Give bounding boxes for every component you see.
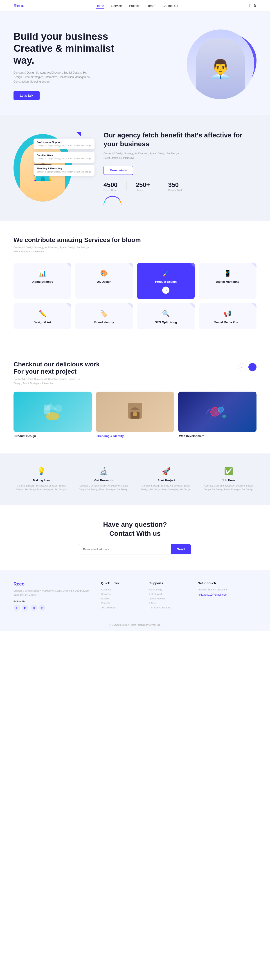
hero-description: Concept & Design Strategy, Art Direction… (13, 70, 94, 84)
process-item-3: 🚀 Start Project Concept & Design Strateg… (138, 467, 194, 492)
corner-decoration (66, 303, 71, 308)
facebook-icon[interactable]: f (249, 3, 251, 8)
contact-email-input[interactable] (79, 544, 171, 554)
hero-section: Build your business Creative & minimalis… (0, 11, 270, 115)
service-brand-identity[interactable]: 🏷️ Brand Identity (75, 303, 133, 329)
about-headline: Our agency fetch benefit that's affectiv… (104, 131, 257, 148)
footer-facebook-icon[interactable]: f (13, 605, 20, 611)
quick-link-2[interactable]: Services (101, 593, 141, 595)
quick-link-1[interactable]: About Us (101, 588, 141, 591)
support-link-2[interactable]: Latest Work (149, 593, 189, 595)
next-arrow[interactable]: → (248, 363, 257, 371)
nav-links: Home Service Projects Team Contact Us (96, 4, 178, 8)
service-name-3: Digital Marketing (203, 280, 252, 283)
contact-send-button[interactable]: Send (171, 544, 191, 554)
stat-projects-label: Project Done (104, 189, 117, 191)
product-design-arrow[interactable]: → (162, 286, 169, 294)
hero-cta-button[interactable]: Let's talk (13, 91, 40, 100)
portfolio-section: Checkout our delicious work For your nex… (0, 345, 270, 453)
stat-clients: 250+ Clients (136, 181, 150, 191)
corner-decoration (128, 263, 133, 268)
contact-section: Have any question? Contact With us Send (0, 505, 270, 570)
process-item-2: 🔬 Get Research Concept & Design Strategy… (76, 467, 132, 492)
portfolio-header: Checkout our delicious work For your nex… (13, 361, 257, 385)
quick-links-heading: Quick Links (101, 581, 141, 585)
portfolio-grid: Product Design Branding & Identity (13, 391, 257, 438)
quick-link-4[interactable]: Projects (101, 602, 141, 605)
quick-link-5[interactable]: Job Offerings (101, 606, 141, 609)
about-cards: Professional Support Concept & Design St… (34, 138, 94, 176)
process-title-4: Job Done (201, 479, 257, 482)
nav-contact[interactable]: Contact Us (163, 4, 178, 8)
portfolio-item-2[interactable]: Branding & Identity (96, 391, 174, 438)
support-link-4[interactable]: FAQs (149, 602, 189, 605)
process-grid: 💡 Making Idea Concept & Design Strategy,… (13, 467, 257, 492)
about-right: Our agency fetch benefit that's affectiv… (104, 131, 257, 205)
stat-clients-num: 250+ (136, 181, 150, 188)
support-link-5[interactable]: Terms & Conditions (149, 606, 189, 609)
about-card-2-title: Creative Work (37, 154, 91, 156)
making-idea-icon: 💡 (13, 467, 69, 476)
nav-team[interactable]: Team (148, 4, 155, 8)
corner-decoration (66, 263, 71, 268)
service-digital-strategy[interactable]: 📊 Digital Strategy (13, 263, 71, 299)
svg-point-8 (218, 407, 224, 412)
about-card-2: Creative Work Concept & Design Strategy,… (34, 151, 94, 162)
about-cta-button[interactable]: More details (104, 166, 133, 175)
footer-instagram-icon[interactable]: ◎ (39, 605, 45, 611)
social-media-icon: 📢 (203, 310, 252, 317)
about-card-1: Professional Support Concept & Design St… (34, 138, 94, 150)
services-section: We contribute amazing Services for bloom… (0, 221, 270, 345)
service-name-6: SEO Optimizing (142, 321, 190, 324)
nav-home[interactable]: Home (96, 4, 104, 8)
process-desc-4: Concept & Design Strategy, Art Direction… (201, 484, 257, 492)
footer-brand-desc: Concept & Design Strategy, Art Direction… (13, 589, 92, 597)
service-social-media[interactable]: 📢 Social Media Prom. (199, 303, 257, 329)
portfolio-item-1[interactable]: Product Design (13, 391, 92, 438)
prev-arrow[interactable]: ← (238, 363, 246, 371)
portfolio-img-1 (13, 391, 92, 432)
service-design-art[interactable]: ✏️ Design & Art (13, 303, 71, 329)
service-name-7: Social Media Prom. (203, 321, 252, 324)
service-seo[interactable]: 🔍 SEO Optimizing (137, 303, 195, 329)
corner-arrow (76, 132, 81, 137)
nav-projects[interactable]: Projects (129, 4, 141, 8)
services-description: Concept & Design Strategy, Art Direction… (13, 245, 90, 254)
nav-service[interactable]: Service (111, 4, 122, 8)
service-digital-marketing[interactable]: 📱 Digital Marketing (199, 263, 257, 299)
footer-address: Address: Royal Consultant (198, 588, 257, 591)
ux-design-icon: 🎨 (80, 269, 129, 277)
footer-linkedin-icon[interactable]: in (30, 605, 37, 611)
contact-form: Send (79, 544, 191, 554)
svg-point-10 (222, 415, 226, 418)
quick-link-3[interactable]: Portfolio (101, 597, 141, 600)
support-link-3[interactable]: About Process (149, 597, 189, 600)
footer-get-in-touch: Get in touch Address: Royal Consultant h… (198, 581, 257, 611)
about-card-1-title: Professional Support (37, 141, 91, 143)
about-left: 👩‍💻 Professional Support Concept & Desig… (13, 134, 90, 202)
corner-decoration (252, 263, 257, 268)
portfolio-description: Concept & Design Strategy, Art Direction… (13, 377, 86, 385)
footer-email[interactable]: hello.reco12@gmail.com (198, 593, 257, 596)
digital-marketing-icon: 📱 (203, 269, 252, 277)
twitter-icon[interactable]: 𝕏 (254, 3, 257, 8)
portfolio-headline: Checkout our delicious work (13, 361, 100, 368)
footer-youtube-icon[interactable]: ▶ (22, 605, 28, 611)
hero-image: 👨‍💼 (171, 29, 257, 102)
support-link-1[interactable]: Case Study (149, 588, 189, 591)
job-done-icon: ✅ (201, 467, 257, 476)
process-title-3: Start Project (138, 479, 194, 482)
service-name-2: Product Design (142, 280, 190, 283)
get-research-icon: 🔬 (76, 467, 132, 476)
footer-brand-col: Reco Concept & Design Strategy, Art Dire… (13, 581, 92, 611)
service-ux-design[interactable]: 🎨 UX Design (75, 263, 133, 299)
service-product-design[interactable]: 🖌️ Product Design → (137, 263, 195, 299)
stat-running: 350 Running Work (168, 181, 182, 191)
footer-logo: Reco (13, 581, 92, 587)
portfolio-item-3[interactable]: Web Development (178, 391, 257, 438)
service-name-0: Digital Strategy (18, 280, 67, 283)
about-card-3-desc: Concept & Design Strategy, Art Direction… (37, 170, 91, 173)
about-description: Concept & Design Strategy, Art Direction… (104, 151, 184, 161)
supports-heading: Supports (149, 581, 189, 585)
process-desc-2: Concept & Design Strategy, Art Direction… (76, 484, 132, 492)
